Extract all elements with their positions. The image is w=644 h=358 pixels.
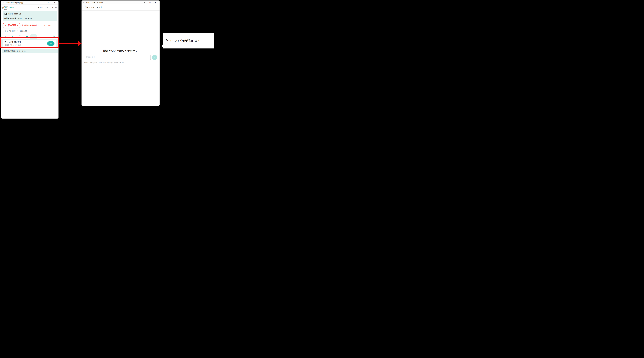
chevron-down-icon <box>17 25 18 26</box>
question-input[interactable] <box>84 55 151 60</box>
right-titlebar: Your Connect (staging) ─ □ × <box>82 1 160 4</box>
your-connect-logo: Your Connect <box>3 7 15 8</box>
no-active-call-strip: 対応中の通話はありません <box>2 49 58 53</box>
knowledge-window-body: 聞きたいことはなんですか？ ↑ Ctrl + Enterで送信 AIの回答は直近… <box>82 49 160 64</box>
screenshot-canvas: Your Connect (staging) ─ □ × Your Connec… <box>0 0 214 119</box>
no-active-call-message: 対応中の通話はありません <box>4 50 26 53</box>
knowledge-recommend-window: Your Connect (staging) ─ □ × ナレッジレコメンド 聞… <box>82 1 160 106</box>
app-header: Your Connect ⊗ ログアウトして閉じる <box>1 5 58 10</box>
logout-and-close-button[interactable]: ⊗ ログアウトして閉じる <box>38 6 57 9</box>
annotation-callout-tail <box>161 42 164 48</box>
logout-circle-x-icon: ⊗ <box>38 6 40 9</box>
right-maximize-button[interactable]: □ <box>147 1 153 4</box>
right-minimize-button[interactable]: ─ <box>142 1 147 4</box>
knowledge-window-header: ナレッジレコメンド <box>82 4 160 11</box>
question-input-row: ↑ <box>82 55 160 60</box>
input-hint-text: Ctrl + Enterで送信 AIの回答は直近5件まで表示されます <box>84 62 157 64</box>
logo-text: Your Connect <box>3 7 15 8</box>
knowledge-window-header-title: ナレッジレコメンド <box>84 6 103 8</box>
availability-dropdown-button[interactable]: 応答不可 <box>2 23 20 28</box>
left-minimize-button[interactable]: ─ <box>41 1 46 5</box>
annotation-arrow-head <box>78 41 82 46</box>
availability-warning-text: 受電対応は応答可能で行ってください <box>22 24 51 27</box>
clock-icon <box>16 30 18 32</box>
annotation-callout: 別ウィンドウが起動します <box>163 33 214 49</box>
agent-info-panel: Agent_com_01 所属キュー情報 待ち呼はありません <box>2 11 57 21</box>
left-maximize-button[interactable]: □ <box>46 1 52 5</box>
left-titlebar: Your Connect (staging) ─ □ × <box>1 1 58 5</box>
phone-missed-icon <box>4 24 6 27</box>
availability-status-row: 応答不可 受電対応は応答可能で行ってください <box>2 23 57 28</box>
question-prompt-title: 聞きたいことはなんですか？ <box>82 49 160 53</box>
annotation-callout-text: 別ウィンドウが起動します <box>166 39 200 43</box>
send-question-button[interactable]: ↑ <box>152 55 157 60</box>
presence-row: オフライン状態 00:01:09 <box>3 30 57 32</box>
left-close-button[interactable]: × <box>52 1 57 5</box>
right-close-button[interactable]: × <box>153 1 158 4</box>
arrow-up-icon: ↑ <box>154 56 155 59</box>
phone-handset-icon <box>83 2 85 4</box>
account-box-icon <box>4 13 7 15</box>
left-window-title: Your Connect (staging) <box>6 2 23 4</box>
logout-label: ログアウトして閉じる <box>40 6 57 9</box>
annotation-highlight-rectangle <box>0 37 59 48</box>
queue-info-value: 待ち呼はありません <box>18 17 32 20</box>
availability-status-label: 応答不可 <box>8 24 16 27</box>
agent-name: Agent_com_01 <box>8 13 21 15</box>
right-window-title: Your Connect (staging) <box>86 2 103 4</box>
queue-info-label: 所属キュー情報 <box>4 17 16 20</box>
presence-label: オフライン状態 <box>3 30 16 32</box>
phone-handset-icon <box>2 2 4 4</box>
presence-timer: 00:01:09 <box>20 30 27 32</box>
agent-row: Agent_com_01 <box>4 12 56 16</box>
softphone-window: Your Connect (staging) ─ □ × Your Connec… <box>1 1 58 119</box>
queue-info-row: 所属キュー情報 待ち呼はありません <box>4 16 56 21</box>
annotation-arrow-line <box>59 43 78 44</box>
